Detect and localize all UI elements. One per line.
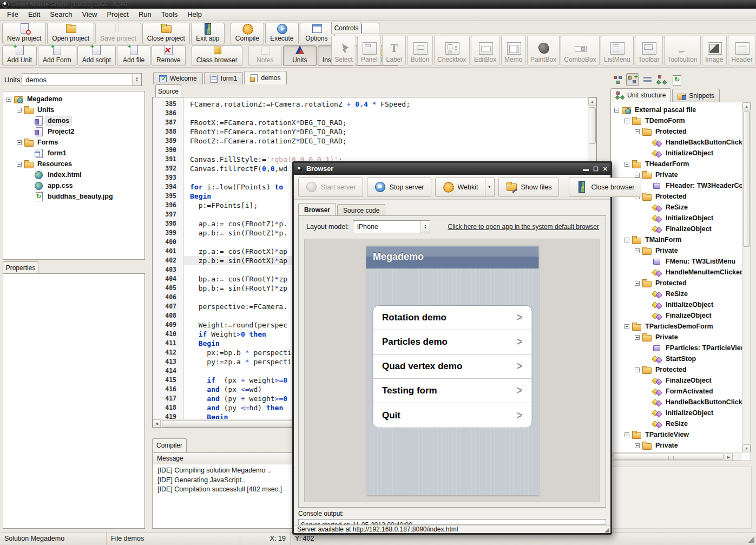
class-browser-button[interactable]: Class browser bbox=[192, 45, 242, 66]
control-label-button[interactable]: TLabel bbox=[382, 36, 406, 65]
code-line[interactable]: FRootY:=FCamera.rotationY*DEG_TO_RAD; bbox=[184, 127, 588, 136]
tab-properties[interactable]: Properties bbox=[3, 261, 38, 274]
tree-item-fparticles-tparticleview[interactable]: FParticles: TParticleView bbox=[611, 343, 742, 353]
scroll-down-icon[interactable]: ▼ bbox=[742, 444, 751, 452]
control-paintbox-button[interactable]: PaintBox bbox=[527, 36, 560, 65]
tree-collapse-icon[interactable] bbox=[635, 367, 640, 372]
tab-demos[interactable]: demos bbox=[244, 71, 286, 84]
collapse-all-button[interactable] bbox=[641, 73, 654, 86]
maximize-icon[interactable]: ☐ bbox=[593, 166, 599, 172]
browser-window[interactable]: Browser ▬ ☐ ✕ Start serverStop serverWeb… bbox=[292, 161, 612, 535]
tree-item-private[interactable]: Private bbox=[611, 440, 742, 451]
scroll-up-icon[interactable]: ▲ bbox=[588, 97, 596, 106]
tree-item-resources[interactable]: Resources bbox=[3, 159, 144, 169]
tree-item-external-pascal-file[interactable]: External pascal file bbox=[611, 104, 742, 115]
tab-unit-structure[interactable]: Unit structure bbox=[610, 88, 671, 102]
tree-item-initializeobject[interactable]: InitializeObject bbox=[611, 299, 742, 310]
control-toolbutton-button[interactable]: Toolbutton bbox=[664, 36, 701, 65]
menu-tools[interactable]: Tools bbox=[156, 9, 182, 19]
notes-button[interactable]: Notes bbox=[248, 45, 282, 66]
webkit-button[interactable]: Webkit bbox=[435, 178, 485, 197]
compile-button[interactable]: Compile bbox=[231, 23, 264, 44]
scroll-up-icon[interactable]: ▲ bbox=[742, 102, 751, 110]
phone-menu-item-quit[interactable]: Quit> bbox=[373, 403, 531, 428]
menu-run[interactable]: Run bbox=[134, 9, 156, 19]
close-project-button[interactable]: ↑Close project bbox=[142, 23, 190, 44]
tab-compiler[interactable]: Compiler bbox=[152, 438, 187, 452]
tree-collapse-icon[interactable] bbox=[635, 335, 640, 340]
tree-item-startstop[interactable]: StartStop bbox=[611, 353, 742, 364]
scroll-right-icon[interactable]: ▶ bbox=[725, 453, 733, 461]
tree-item-private[interactable]: Private bbox=[611, 245, 742, 256]
phone-menu-item-quad-vertex-demo[interactable]: Quad vertex demo> bbox=[373, 354, 531, 379]
execute-button[interactable]: Execute bbox=[265, 23, 299, 44]
control-image-button[interactable]: Image bbox=[702, 36, 727, 65]
tree-expand-button[interactable] bbox=[626, 73, 639, 86]
control-select-button[interactable]: Select bbox=[331, 36, 356, 65]
tree-item-demos[interactable]: demos bbox=[3, 115, 144, 126]
open-in-default-browser-link[interactable]: Click here to open app in the system def… bbox=[448, 223, 599, 231]
open-project-button[interactable]: Open project bbox=[47, 23, 94, 44]
tree-collapse-icon[interactable] bbox=[635, 173, 640, 178]
tree-item-protected[interactable]: Protected bbox=[611, 126, 742, 137]
tree-item-private[interactable]: Private bbox=[611, 332, 742, 343]
close-browser-button[interactable]: Close browser bbox=[569, 178, 642, 197]
tree-collapse-icon[interactable] bbox=[6, 97, 11, 102]
add-file-button[interactable]: +Add file bbox=[117, 45, 150, 66]
minimize-icon[interactable]: ▬ bbox=[583, 166, 589, 172]
tree-item-tmainform[interactable]: TMainForm bbox=[611, 234, 742, 245]
options-button[interactable]: Options bbox=[300, 23, 333, 44]
tree-item-megademo[interactable]: Megademo bbox=[3, 94, 144, 104]
tree-collapse-icon[interactable] bbox=[17, 140, 22, 145]
exit-app-button[interactable]: Exit app bbox=[191, 23, 225, 44]
tab-source[interactable]: Source bbox=[155, 84, 181, 97]
control-header-button[interactable]: Header bbox=[728, 36, 756, 65]
control-checkbox-button[interactable]: Checkbox bbox=[434, 36, 470, 65]
code-line[interactable] bbox=[184, 146, 588, 155]
remove-button[interactable]: ✕Remove bbox=[152, 45, 186, 66]
tree-item-formactivated[interactable]: FormActivated bbox=[611, 386, 742, 397]
tree-item-protected[interactable]: Protected bbox=[611, 278, 742, 288]
units-combobox-spinner[interactable]: ▲▼ bbox=[132, 74, 141, 86]
control-panel-button[interactable]: Panel bbox=[357, 36, 381, 65]
phone-menu-item-testing-form[interactable]: Testing form> bbox=[373, 379, 531, 403]
tree-item-tparticleview[interactable]: TParticleView bbox=[611, 429, 742, 440]
unit-tree-horizontal-scrollbar[interactable]: ▶ bbox=[611, 452, 742, 461]
tree-item-handlebackbuttonclicked[interactable]: HandleBackButtonClicked bbox=[611, 397, 742, 408]
add-script-button[interactable]: +Add script bbox=[77, 45, 116, 66]
scroll-left-icon[interactable]: ◀ bbox=[153, 419, 161, 428]
tree-item-handlemenuitemclicked[interactable]: HandleMenuItemClicked bbox=[611, 267, 742, 278]
tree-item-form1[interactable]: form1 bbox=[3, 148, 144, 159]
tree-view-button[interactable] bbox=[612, 73, 624, 86]
tree-item-app-css[interactable]: app.css bbox=[3, 180, 144, 191]
tree-item-resize[interactable]: ReSize bbox=[611, 202, 742, 213]
phone-menu-item-particles-demo[interactable]: Particles demo> bbox=[373, 330, 531, 354]
control-toolbar-button[interactable]: Toolbar bbox=[635, 36, 663, 65]
tree-collapse-icon[interactable] bbox=[635, 443, 640, 448]
tree-collapse-icon[interactable] bbox=[17, 108, 22, 113]
console-output-box[interactable]: Server started at: 11-05-2013 00:40:00 bbox=[298, 519, 606, 525]
control-combobox-button[interactable]: ComboBox bbox=[561, 36, 599, 65]
tree-item-theaderform[interactable]: THeaderForm bbox=[611, 159, 742, 169]
tree-item-tdemoform[interactable]: TDemoForm bbox=[611, 115, 742, 126]
code-line[interactable]: FCamera.rotationZ:=FCamera.rotationZ + 0… bbox=[184, 100, 588, 109]
diagram-view-button[interactable] bbox=[655, 73, 668, 86]
start-server-button[interactable]: Start server bbox=[298, 178, 363, 197]
close-icon[interactable]: ✕ bbox=[603, 166, 608, 172]
stop-server-button[interactable]: Stop server bbox=[367, 178, 431, 197]
menu-file[interactable]: File bbox=[2, 9, 23, 19]
tree-item-index-html[interactable]: index.html bbox=[3, 169, 144, 180]
tree-item-protected[interactable]: Protected bbox=[611, 364, 742, 375]
show-files-button[interactable]: Show files bbox=[498, 178, 559, 197]
unit-tree-vertical-scrollbar[interactable]: ▲ ▼ bbox=[742, 102, 751, 452]
tree-item-resize[interactable]: ReSize bbox=[611, 418, 742, 429]
browser-resize-grip-icon[interactable] bbox=[604, 528, 609, 533]
tree-collapse-icon[interactable] bbox=[624, 432, 629, 437]
refresh-button[interactable] bbox=[670, 73, 683, 86]
layout-model-spinner[interactable]: ▲▼ bbox=[420, 221, 430, 233]
tree-collapse-icon[interactable] bbox=[624, 162, 629, 167]
new-project-button[interactable]: New project bbox=[2, 23, 46, 44]
control-editbox-button[interactable]: EditBox bbox=[471, 36, 500, 65]
code-line[interactable] bbox=[184, 109, 588, 118]
tree-item-finalizeobject[interactable]: FinalizeObject bbox=[611, 310, 742, 321]
